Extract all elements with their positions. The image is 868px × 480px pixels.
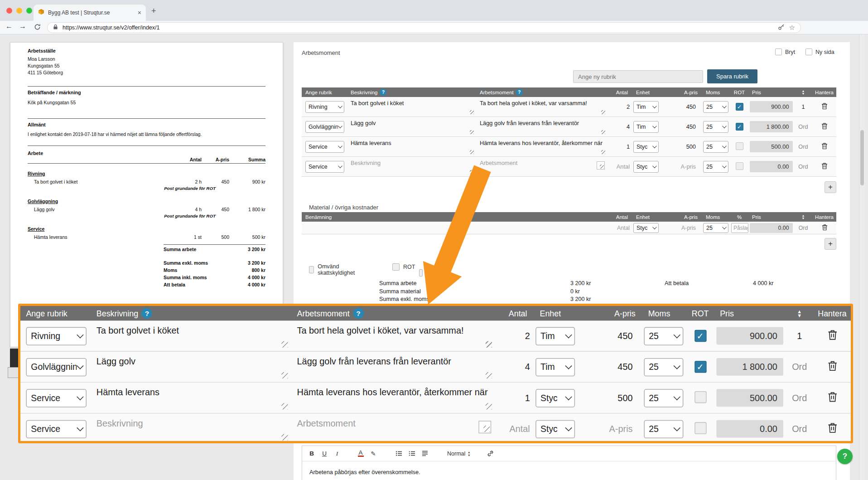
rubrik-select[interactable]: Rivning xyxy=(305,101,344,113)
paslag-input[interactable]: Påslag xyxy=(731,223,748,233)
rot-checkbox[interactable] xyxy=(736,162,743,170)
trash-icon[interactable] xyxy=(821,122,828,131)
apris-input[interactable]: 500 xyxy=(578,393,642,403)
omvand-checkbox[interactable] xyxy=(309,266,314,273)
trash-icon[interactable] xyxy=(821,102,828,111)
resize-grip-icon[interactable] xyxy=(470,130,474,134)
arbetsmoment-textarea[interactable]: Ta bort hela golvet i köket, var varsamm… xyxy=(291,321,496,351)
rot-checkbox[interactable]: ✓ xyxy=(694,361,706,373)
help-badge[interactable]: ? xyxy=(516,89,523,96)
sort-icon[interactable]: ▲▼ xyxy=(785,309,814,318)
moms-select[interactable]: 25 xyxy=(703,121,728,133)
back-button[interactable]: ← xyxy=(4,22,14,30)
beskrivning-textarea[interactable]: Hämta leverans xyxy=(91,383,291,413)
apris-input[interactable]: 450 xyxy=(661,103,702,110)
order-input[interactable]: Ord xyxy=(785,393,814,403)
rot-checkbox[interactable] xyxy=(694,391,706,402)
bullet-list-button[interactable] xyxy=(409,451,415,456)
resize-grip-icon[interactable] xyxy=(483,426,490,432)
reload-button[interactable] xyxy=(32,24,43,32)
arbetsmoment-textarea[interactable]: Hämta leverans hos leverantör, återkomme… xyxy=(476,137,608,156)
resize-grip-icon[interactable] xyxy=(486,341,492,348)
rubrik-select[interactable]: Service xyxy=(305,161,344,173)
italic-button[interactable]: I xyxy=(334,450,340,457)
beskrivning-textarea[interactable]: Beskrivning xyxy=(347,157,476,176)
arbetsmoment-textarea[interactable]: Ta bort hela golvet i köket, var varsamm… xyxy=(476,97,608,116)
resize-grip-icon[interactable] xyxy=(470,150,474,154)
enhet-select[interactable]: Styc xyxy=(535,420,575,438)
moms-select[interactable]: 25 xyxy=(703,101,728,113)
enhet-select[interactable]: Tim xyxy=(535,327,575,345)
bookmark-star-icon[interactable]: ☆ xyxy=(789,24,795,32)
add-material-row-button[interactable]: + xyxy=(825,238,836,250)
rot-option-checkbox[interactable] xyxy=(392,263,400,271)
align-button[interactable] xyxy=(422,451,428,456)
moms-select[interactable]: 25 xyxy=(644,389,683,407)
trash-icon[interactable] xyxy=(822,224,828,232)
order-input[interactable]: 1 xyxy=(785,330,814,341)
zoom-window-button[interactable] xyxy=(26,8,32,14)
enhet-select[interactable]: Styc xyxy=(633,161,659,173)
order-input[interactable]: 1 xyxy=(794,103,813,110)
trash-icon[interactable] xyxy=(828,329,838,343)
resize-grip-icon[interactable] xyxy=(470,170,474,174)
rubrik-select[interactable]: Golvläggnin xyxy=(305,121,344,133)
rot-checkbox[interactable]: ✓ xyxy=(736,103,743,111)
help-badge[interactable]: ? xyxy=(380,89,386,96)
rot-checkbox[interactable] xyxy=(736,142,743,150)
rot-checkbox[interactable]: ✓ xyxy=(694,330,706,342)
new-rubrik-input[interactable] xyxy=(573,70,703,83)
order-input[interactable]: Ord xyxy=(794,163,813,170)
minimize-window-button[interactable] xyxy=(16,8,22,14)
resize-grip-icon[interactable] xyxy=(601,150,605,154)
key-icon[interactable] xyxy=(778,24,785,32)
resize-grip-icon[interactable] xyxy=(470,110,474,114)
resize-grip-icon[interactable] xyxy=(601,110,605,114)
order-input[interactable]: Ord xyxy=(794,143,813,150)
antal-input[interactable]: 4 xyxy=(496,362,534,372)
arbetsmoment-textarea[interactable]: Lägg golv från leverans från leverantör xyxy=(291,352,496,382)
antal-input[interactable]: 2 xyxy=(496,330,534,341)
rot-checkbox[interactable]: ✓ xyxy=(736,123,743,131)
trash-icon[interactable] xyxy=(821,162,828,171)
sort-icon[interactable]: ▲▼ xyxy=(794,214,813,220)
resize-grip-icon[interactable] xyxy=(600,165,604,169)
scrollbar-thumb[interactable] xyxy=(860,130,864,185)
add-work-row-button[interactable]: + xyxy=(825,181,836,193)
link-button[interactable] xyxy=(487,450,494,457)
arbetsmoment-textarea[interactable]: Arbetsmoment xyxy=(476,157,608,176)
beskrivning-textarea[interactable]: Beskrivning xyxy=(91,414,291,443)
format-select[interactable]: Normal▴▾ xyxy=(447,451,470,457)
enhet-select[interactable]: Styc xyxy=(535,389,575,407)
help-badge[interactable]: ? xyxy=(353,308,363,319)
apris-input[interactable]: A-pris xyxy=(661,225,702,231)
moms-select[interactable]: 25 xyxy=(703,141,728,153)
moms-select[interactable]: 25 xyxy=(703,161,728,173)
apris-input[interactable]: A-pris xyxy=(578,423,642,434)
order-input[interactable]: Ord xyxy=(785,362,814,372)
bryt-checkbox[interactable] xyxy=(775,48,782,55)
beskrivning-textarea[interactable]: Ta bort golvet i köket xyxy=(347,97,476,116)
resize-grip-icon[interactable] xyxy=(486,403,492,409)
antal-input[interactable]: Antal xyxy=(608,225,632,231)
enhet-select[interactable]: Styc xyxy=(633,141,659,153)
enhet-select[interactable]: Styc xyxy=(633,223,659,233)
address-bar[interactable]: https://www.struqtur.se/v2/offer/index/1… xyxy=(47,22,801,33)
bold-button[interactable]: B xyxy=(309,450,315,457)
forward-button[interactable]: → xyxy=(17,22,28,30)
moms-select[interactable]: 25 xyxy=(644,420,683,438)
rubrik-select[interactable]: Service xyxy=(305,141,344,153)
new-tab-button[interactable]: + xyxy=(151,6,156,16)
antal-input[interactable]: 1 xyxy=(608,143,632,150)
beskrivning-textarea[interactable]: Lägg golv xyxy=(347,117,476,136)
sort-icon[interactable]: ▲▼ xyxy=(794,90,813,95)
enhet-select[interactable]: Tim xyxy=(633,101,659,113)
apris-input[interactable]: A-pris xyxy=(661,163,702,170)
apris-input[interactable]: 450 xyxy=(661,123,702,130)
order-input[interactable]: Ord xyxy=(794,225,813,231)
rubrik-select[interactable]: Rivning xyxy=(26,327,87,345)
antal-input[interactable]: 1 xyxy=(496,393,534,403)
beskrivning-textarea[interactable]: Lägg golv xyxy=(91,352,291,382)
enhet-select[interactable]: Tim xyxy=(535,358,575,376)
resize-grip-icon[interactable] xyxy=(281,372,288,378)
